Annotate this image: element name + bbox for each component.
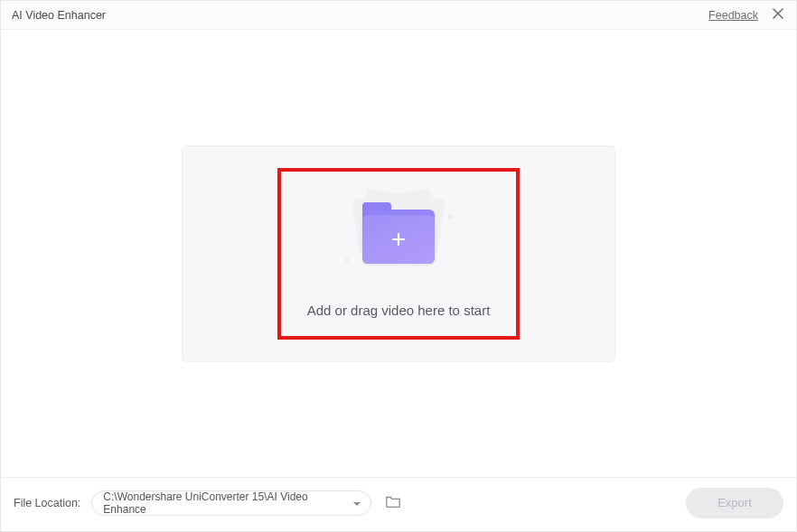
- bottombar: File Location: C:\Wondershare UniConvert…: [1, 477, 796, 531]
- folder-icon: [385, 494, 401, 512]
- open-folder-button[interactable]: [384, 494, 402, 512]
- titlebar: AI Video Enhancer Feedback: [1, 1, 796, 30]
- export-button[interactable]: Export: [686, 488, 783, 518]
- window-title: AI Video Enhancer: [12, 9, 106, 22]
- export-label: Export: [717, 496, 752, 509]
- file-location-label: File Location:: [14, 497, 80, 509]
- folder-plus-icon: [362, 210, 435, 264]
- dropzone-panel: Add or drag video here to start: [182, 145, 615, 362]
- dropzone-prompt: Add or drag video here to start: [307, 303, 491, 318]
- plus-icon: [362, 215, 435, 264]
- main-area: Add or drag video here to start: [1, 30, 796, 477]
- feedback-link[interactable]: Feedback: [708, 9, 758, 22]
- add-folder-illustration: [344, 189, 453, 272]
- chevron-down-icon: [352, 499, 361, 508]
- close-icon: [772, 7, 784, 23]
- file-location-select[interactable]: C:\Wondershare UniConverter 15\AI Video …: [91, 490, 371, 516]
- app-window: AI Video Enhancer Feedback: [0, 0, 797, 532]
- sparkle-icon: [445, 209, 455, 218]
- dropzone[interactable]: Add or drag video here to start: [277, 168, 520, 340]
- close-button[interactable]: [771, 8, 785, 23]
- file-location-path: C:\Wondershare UniConverter 15\AI Video …: [103, 490, 345, 516]
- sparkle-icon: [342, 252, 352, 261]
